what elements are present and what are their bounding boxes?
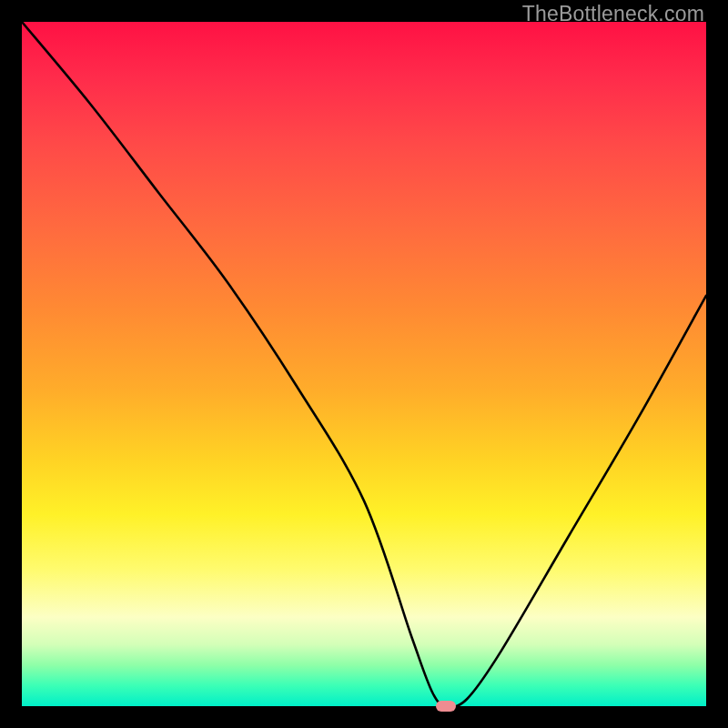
watermark-text: TheBottleneck.com <box>522 2 704 26</box>
optimal-point-marker <box>436 701 456 712</box>
curve-path <box>22 22 706 706</box>
heat-gradient-plot <box>22 22 706 706</box>
chart-frame: TheBottleneck.com <box>0 0 728 728</box>
bottleneck-curve <box>22 22 706 706</box>
